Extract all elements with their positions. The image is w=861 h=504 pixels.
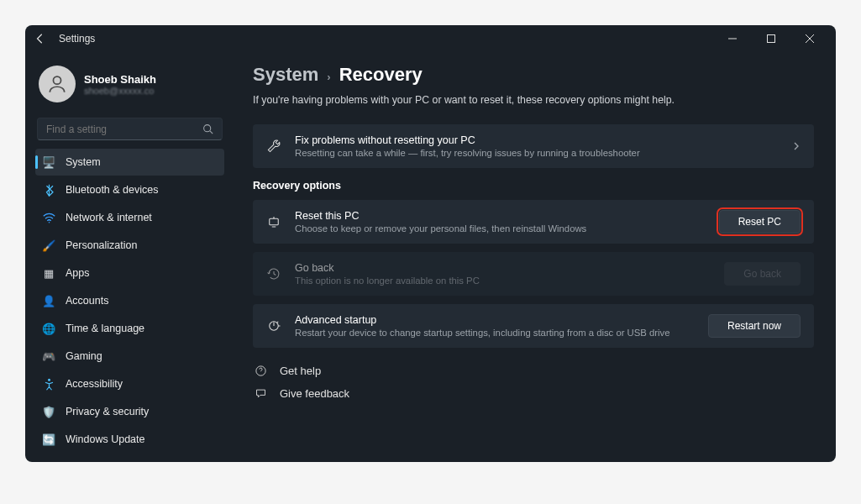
history-icon	[266, 266, 281, 281]
page-description: If you're having problems with your PC o…	[253, 94, 814, 106]
back-button[interactable]	[32, 33, 49, 45]
nav-icon: 🛡️	[42, 405, 55, 418]
advanced-title: Advanced startup	[295, 314, 695, 326]
fix-subtitle: Resetting can take a while — first, try …	[295, 148, 779, 158]
window-title: Settings	[59, 33, 95, 45]
goback-subtitle: This option is no longer available on th…	[295, 276, 711, 286]
nav-icon: 🎮	[42, 349, 55, 363]
breadcrumb-parent[interactable]: System	[253, 64, 318, 86]
nav-item-windows-update[interactable]: 🔄Windows Update	[35, 426, 224, 453]
reset-title: Reset this PC	[295, 210, 706, 222]
nav-item-accounts[interactable]: 👤Accounts	[35, 287, 224, 314]
settings-window: Settings Shoeb Shaikh shoeb@xxxxx.co	[25, 25, 836, 462]
main-panel: System › Recovery If you're having probl…	[231, 52, 836, 462]
svg-point-6	[48, 378, 50, 381]
advanced-startup-card: Advanced startup Restart your device to …	[253, 304, 814, 348]
reset-subtitle: Choose to keep or remove your personal f…	[295, 223, 706, 234]
nav-label: Accounts	[66, 295, 108, 307]
breadcrumb-current: Recovery	[339, 64, 423, 86]
nav-item-accessibility[interactable]: Accessibility	[35, 370, 224, 397]
nav-icon: ▦	[42, 266, 55, 280]
search-input[interactable]	[46, 123, 202, 135]
go-back-button: Go back	[724, 262, 801, 286]
give-feedback-link[interactable]: Give feedback	[253, 382, 814, 405]
nav-label: Network & internet	[66, 212, 152, 223]
get-help-link[interactable]: Get help	[253, 360, 814, 382]
chevron-right-icon: ›	[327, 71, 330, 83]
svg-point-2	[53, 76, 60, 84]
recovery-options-header: Recovery options	[253, 180, 814, 192]
close-button[interactable]	[790, 25, 829, 52]
power-icon	[266, 318, 281, 333]
svg-rect-7	[270, 218, 279, 225]
reset-pc-card: Reset this PC Choose to keep or remove y…	[253, 200, 814, 244]
nav-item-network-internet[interactable]: Network & internet	[35, 204, 224, 231]
nav-icon: 🖥️	[42, 155, 55, 169]
nav-icon: 🌐	[42, 322, 55, 335]
svg-rect-1	[768, 35, 775, 43]
minimize-button[interactable]	[713, 25, 752, 52]
profile-name: Shoeb Shaikh	[84, 73, 156, 86]
nav-item-gaming[interactable]: 🎮Gaming	[35, 343, 224, 370]
nav-item-system[interactable]: 🖥️System	[35, 149, 224, 176]
feedback-icon	[255, 387, 268, 400]
nav-item-bluetooth-devices[interactable]: Bluetooth & devices	[35, 176, 224, 203]
nav-label: Privacy & security	[66, 406, 149, 417]
nav-label: Windows Update	[66, 433, 145, 445]
fix-problems-card[interactable]: Fix problems without resetting your PC R…	[253, 124, 814, 168]
nav-icon: 🖌️	[42, 239, 55, 252]
nav-icon	[42, 211, 55, 224]
profile-email: shoeb@xxxxx.co	[84, 86, 156, 96]
svg-line-4	[210, 131, 213, 134]
svg-point-5	[48, 222, 50, 223]
reset-icon	[266, 214, 281, 229]
goback-title: Go back	[295, 262, 711, 274]
nav-list: 🖥️SystemBluetooth & devicesNetwork & int…	[35, 149, 224, 454]
avatar	[39, 66, 76, 102]
nav-item-personalization[interactable]: 🖌️Personalization	[35, 232, 224, 259]
fix-title: Fix problems without resetting your PC	[295, 134, 779, 146]
nav-label: Accessibility	[66, 378, 123, 390]
nav-label: Apps	[66, 267, 90, 279]
help-icon	[255, 365, 268, 377]
sidebar: Shoeb Shaikh shoeb@xxxxx.co 🖥️SystemBlue…	[25, 52, 231, 462]
nav-icon: 🔄	[42, 433, 55, 446]
nav-item-time-language[interactable]: 🌐Time & language	[35, 315, 224, 342]
nav-label: System	[66, 156, 101, 168]
wrench-icon	[266, 139, 281, 154]
nav-icon	[42, 183, 55, 197]
go-back-card: Go back This option is no longer availab…	[253, 252, 814, 296]
chevron-right-icon	[792, 142, 801, 150]
profile[interactable]: Shoeb Shaikh shoeb@xxxxx.co	[35, 60, 224, 113]
nav-label: Personalization	[66, 239, 137, 251]
nav-label: Time & language	[66, 323, 144, 334]
nav-label: Bluetooth & devices	[66, 184, 159, 196]
titlebar: Settings	[25, 25, 836, 52]
nav-item-apps[interactable]: ▦Apps	[35, 260, 224, 286]
nav-label: Gaming	[66, 350, 102, 362]
give-feedback-label: Give feedback	[280, 387, 349, 400]
nav-item-privacy-security[interactable]: 🛡️Privacy & security	[35, 398, 224, 425]
reset-pc-button[interactable]: Reset PC	[719, 210, 801, 234]
breadcrumb: System › Recovery	[253, 64, 814, 86]
advanced-subtitle: Restart your device to change startup se…	[295, 328, 695, 338]
search-icon	[202, 123, 213, 134]
nav-icon: 👤	[42, 294, 55, 307]
search-box[interactable]	[37, 118, 223, 140]
get-help-label: Get help	[280, 365, 321, 377]
restart-now-button[interactable]: Restart now	[708, 314, 801, 338]
maximize-button[interactable]	[752, 25, 790, 52]
svg-point-3	[204, 125, 211, 132]
nav-icon	[42, 377, 55, 391]
